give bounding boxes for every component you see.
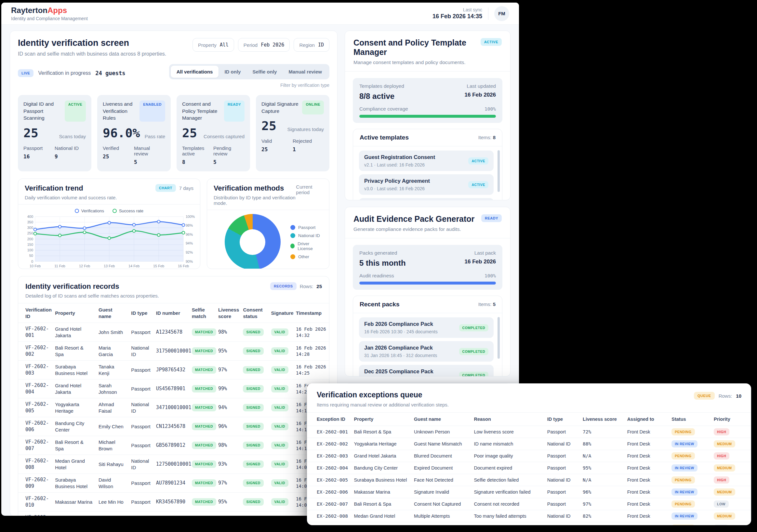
status-row: LIVE Verification in progress 24 guests … bbox=[18, 64, 329, 88]
filter-property[interactable]: PropertyAll bbox=[193, 38, 234, 52]
status-value: 24 guests bbox=[95, 70, 125, 76]
consent-manager-body: Templates deployed8/8 activeLast updated… bbox=[345, 72, 510, 200]
record-id-type: Passport bbox=[129, 512, 153, 516]
exception-priority: LOW bbox=[711, 498, 751, 510]
record-guest: Ahmad Faisal bbox=[96, 399, 129, 417]
exceptions-title-block: Verification exceptions queue Items requ… bbox=[317, 391, 449, 407]
exception-reason: Too many failed attempts bbox=[471, 510, 544, 522]
record-id-number: A12345678 bbox=[154, 323, 189, 342]
audit-generator-list-header: Recent packsItems: 5 bbox=[353, 296, 502, 313]
stat-sub-value: 5 bbox=[134, 159, 165, 165]
exception-property: Grand Hotel Jakarta bbox=[351, 450, 411, 462]
brand-block: RaytertonApps Identity and Compliance Ma… bbox=[11, 6, 88, 21]
stat-card-sub: Passport16National ID9 bbox=[23, 145, 86, 160]
record-id-number: 127500010001 bbox=[154, 455, 189, 474]
filter-period[interactable]: PeriodFeb 2026 bbox=[238, 38, 290, 52]
record-consent: SIGNED bbox=[240, 512, 268, 516]
exception-row: EX-2602-009Grand Hotel JakartaSystem Tim… bbox=[307, 522, 751, 525]
filter-value: All bbox=[220, 42, 228, 48]
exception-liveness: 95% bbox=[580, 462, 625, 474]
record-id-type: National ID bbox=[129, 399, 153, 417]
stat-sub-col: Valid25 bbox=[261, 138, 293, 153]
svg-text:15 Feb: 15 Feb bbox=[153, 264, 164, 268]
record-selfie: MATCHED bbox=[189, 474, 216, 493]
record-signature: VALID bbox=[269, 361, 293, 379]
list-item-title: Dec 2025 Compliance Pack bbox=[364, 369, 438, 375]
record-id: VF-2602-004 bbox=[18, 379, 52, 399]
records-header-row: Verification IDPropertyGuest nameID type… bbox=[18, 303, 329, 323]
list-item-feb-2026-compliance-pack[interactable]: Feb 2026 Compliance Pack16 Feb 2026 10:3… bbox=[359, 317, 494, 338]
exceptions-title: Verification exceptions queue bbox=[317, 391, 449, 399]
exception-id-type: Passport bbox=[545, 450, 580, 462]
record-guest: John Smith bbox=[96, 323, 129, 342]
list-item-badge: COMPLETED bbox=[459, 372, 488, 377]
stat-sub-value: 9 bbox=[55, 154, 86, 160]
donut-legend-label: Other bbox=[298, 254, 309, 259]
progress-labels: Audit readiness100% bbox=[359, 273, 496, 279]
status-text: Verification in progress bbox=[38, 70, 91, 76]
tab-selfie-only[interactable]: Selfie only bbox=[247, 66, 283, 78]
records-table: Verification IDPropertyGuest nameID type… bbox=[18, 303, 329, 516]
iv-title-block: Identity verification screen ID scan and… bbox=[18, 38, 166, 57]
summary-left-value: 8/8 active bbox=[359, 92, 404, 101]
selfie-badge: MATCHED bbox=[192, 366, 216, 374]
progress-label: Audit readiness bbox=[359, 273, 394, 279]
consent-manager-list: Active templatesItems: 8Guest Registrati… bbox=[353, 129, 502, 200]
scrollbar[interactable] bbox=[498, 150, 500, 192]
column-header-timestamp: Timestamp bbox=[293, 303, 329, 323]
stat-sub-col: Pending review5 bbox=[213, 145, 245, 165]
items-value: 5 bbox=[493, 302, 496, 307]
stat-sub-value: 25 bbox=[261, 146, 293, 153]
avatar[interactable]: FM bbox=[494, 6, 509, 21]
list-item-title: Privacy Policy Agreement bbox=[364, 178, 430, 184]
consent-manager-subtitle: Manage consent templates and policy docu… bbox=[353, 60, 481, 65]
signature-badge: VALID bbox=[271, 442, 288, 449]
scrollbar[interactable] bbox=[498, 317, 500, 359]
stat-card-value-label: Signatures today bbox=[287, 127, 324, 132]
list-item-meta: 31 Jan 2026 18:45 · 312 documents bbox=[364, 353, 437, 358]
tabs-wrap: All verificationsID onlySelfie onlyManua… bbox=[169, 64, 329, 88]
exception-id: EX-2602-007 bbox=[307, 498, 351, 510]
tab-manual-review[interactable]: Manual review bbox=[283, 66, 328, 78]
column-header-liveness-score: Liveness score bbox=[580, 413, 625, 426]
record-guest: David Wilson bbox=[96, 474, 129, 493]
record-id: VF-2602-001 bbox=[18, 323, 52, 342]
exception-id: EX-2602-005 bbox=[307, 474, 351, 486]
stat-card-value: 25 bbox=[23, 127, 38, 139]
list-item-jan-2026-compliance-pack[interactable]: Jan 2026 Compliance Pack31 Jan 2026 18:4… bbox=[359, 341, 494, 362]
list-item-guest-registration-consent[interactable]: Guest Registration Consentv2.1 · Last us… bbox=[359, 151, 494, 171]
record-id-type: Passport bbox=[129, 474, 153, 493]
signature-badge: VALID bbox=[271, 404, 288, 412]
record-id: VF-2602-011 bbox=[18, 512, 52, 516]
record-id-number: GB56789012 bbox=[154, 436, 189, 455]
verifications-legend-icon bbox=[75, 209, 79, 213]
exception-liveness: N/A bbox=[580, 450, 625, 462]
list-item-dec-2025-compliance-pack[interactable]: Dec 2025 Compliance Pack31 Dec 2025 17:2… bbox=[359, 365, 494, 376]
summary-right-value: 16 Feb 2026 bbox=[465, 258, 496, 265]
priority-badge: MEDIUM bbox=[714, 513, 735, 520]
list-item-house-rules-acknowledgment[interactable]: House Rules Acknowledgmentv1.8 · Last us… bbox=[359, 198, 494, 200]
status-badge: PENDING bbox=[672, 452, 695, 459]
record-consent: SIGNED bbox=[240, 455, 268, 474]
records-badge: RECORDS bbox=[270, 282, 296, 290]
summary-row: Packs generated5 this monthLast pack16 F… bbox=[359, 250, 496, 268]
exception-assigned: Front Desk bbox=[625, 450, 669, 462]
record-id-number: 347100010001 bbox=[154, 399, 189, 417]
audit-generator-summary: Packs generated5 this monthLast pack16 F… bbox=[353, 245, 502, 290]
tab-all-verifications[interactable]: All verifications bbox=[171, 66, 219, 78]
exceptions-queue-panel: Verification exceptions queue Items requ… bbox=[307, 383, 751, 525]
exceptions-subtitle: Items requiring manual review or additio… bbox=[317, 402, 449, 407]
legend-item-verifications: Verifications bbox=[75, 208, 104, 213]
stat-sub-label: Valid bbox=[261, 138, 293, 144]
tab-id-only[interactable]: ID only bbox=[219, 66, 247, 78]
svg-text:100%: 100% bbox=[186, 215, 195, 219]
stat-sub-label: National ID bbox=[55, 145, 86, 151]
filter-region[interactable]: RegionID bbox=[294, 38, 329, 52]
record-id-number: JP98765432 bbox=[154, 361, 189, 379]
list-item-privacy-policy-agreement[interactable]: Privacy Policy Agreementv3.0 · Last used… bbox=[359, 174, 494, 195]
record-id-type: Passport bbox=[129, 436, 153, 455]
record-id-type: Passport bbox=[129, 417, 153, 436]
stat-card-badge: ONLINE bbox=[302, 101, 324, 114]
national-id-swatch bbox=[290, 233, 295, 238]
donut-legend-driver-license: Driver License bbox=[290, 241, 322, 251]
